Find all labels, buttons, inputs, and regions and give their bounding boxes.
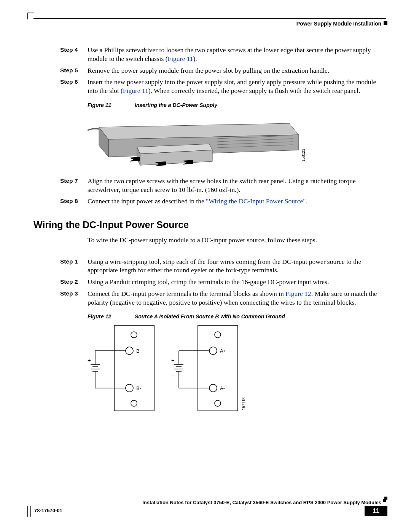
- step-text: Use a Phillips screwdriver to loosen the…: [88, 46, 385, 63]
- step-row: Step 8 Connect the input power as descri…: [33, 197, 385, 206]
- plus-label: +: [171, 357, 175, 363]
- page-number: 11: [365, 506, 387, 516]
- step-label: Step 3: [33, 289, 88, 307]
- figure-number: Figure 11: [88, 102, 133, 108]
- page-footer: Installation Notes for Catalyst 3750-E, …: [27, 498, 387, 517]
- figure-caption: Figure 12 Source A Isolated From Source …: [88, 313, 385, 320]
- figure-link[interactable]: Figure 11: [123, 87, 148, 94]
- step-text: Using a Panduit crimping tool, crimp the…: [88, 278, 385, 286]
- figure-title: Inserting the a DC-Power Supply: [135, 102, 217, 108]
- svg-point-28: [209, 347, 217, 355]
- step-text: Align the two captive screws with the sc…: [88, 177, 385, 194]
- footer-bar-icon: [27, 506, 28, 517]
- footer-doc-title: Installation Notes for Catalyst 3750-E, …: [27, 498, 387, 505]
- figure-link[interactable]: Figure 11: [167, 55, 193, 62]
- step-text: Connect the input power as described in …: [88, 197, 385, 206]
- a-plus-label: A+: [220, 348, 226, 354]
- svg-point-27: [215, 332, 221, 338]
- procedure-divider: [88, 252, 385, 252]
- step-row: Step 5 Remove the power supply module fr…: [33, 66, 385, 75]
- figure-id: 157718: [242, 398, 246, 410]
- step-text-part: Connect the DC-input power terminals to …: [88, 290, 285, 297]
- step-text: Insert the new power supply into the pow…: [88, 78, 385, 95]
- step-text: Using a wire-stripping tool, strip each …: [88, 257, 385, 275]
- minus-label: –: [88, 371, 91, 378]
- svg-point-14: [131, 332, 137, 338]
- svg-rect-13: [114, 325, 154, 411]
- a-minus-label: A-: [220, 385, 225, 391]
- figure-12-illustration: + – B+ B-: [88, 323, 385, 415]
- step-row: Step 2 Using a Panduit crimping tool, cr…: [33, 278, 385, 286]
- svg-rect-26: [198, 325, 238, 411]
- step-text: Remove the power supply module from the …: [88, 66, 385, 75]
- figure-link[interactable]: Figure 12: [285, 290, 311, 297]
- svg-point-30: [215, 400, 221, 406]
- svg-marker-10: [129, 157, 140, 161]
- section-intro: To wire the DC-power supply module to a …: [88, 236, 385, 245]
- b-minus-label: B-: [136, 385, 141, 391]
- header-rule: [33, 18, 386, 19]
- step-row: Step 1 Using a wire-stripping tool, stri…: [33, 257, 385, 275]
- step-text-part: ).: [193, 55, 197, 62]
- step-label: Step 5: [33, 66, 88, 75]
- svg-point-29: [209, 384, 217, 392]
- step-text-part: .: [306, 197, 307, 205]
- step-row: Step 4 Use a Phillips screwdriver to loo…: [33, 46, 385, 63]
- step-text-part: ). When correctly inserted, the power su…: [148, 87, 360, 94]
- section-heading: Wiring the DC-Input Power Source: [33, 219, 385, 230]
- step-text: Connect the DC-input power terminals to …: [88, 289, 385, 307]
- minus-label: –: [171, 371, 175, 378]
- step-label: Step 8: [33, 197, 88, 206]
- figure-11-illustration: 158123: [88, 112, 385, 177]
- figure-caption: Figure 11 Inserting the a DC-Power Suppl…: [88, 102, 385, 108]
- footer-doc-number: 78-17570-01: [34, 508, 62, 513]
- page-body: Step 4 Use a Phillips screwdriver to loo…: [33, 46, 385, 463]
- dc-power-supply-drawing: [88, 112, 301, 173]
- svg-point-16: [126, 384, 133, 392]
- footer-rule: [27, 498, 387, 498]
- figure-number: Figure 12: [88, 313, 133, 320]
- footer-bar-icon: [30, 506, 31, 517]
- section-link[interactable]: "Wiring the DC-Input Power Source": [206, 197, 306, 205]
- header-chapter: Power Supply Module Installation: [296, 21, 381, 27]
- isolated-sources-schematic: + – B+ B-: [88, 323, 251, 413]
- step-row: Step 3 Connect the DC-input power termin…: [33, 289, 385, 307]
- svg-point-17: [131, 400, 137, 406]
- step-row: Step 7 Align the two captive screws with…: [33, 177, 385, 194]
- step-label: Step 6: [33, 78, 88, 95]
- svg-point-15: [126, 347, 133, 355]
- b-plus-label: B+: [136, 348, 142, 354]
- figure-title: Source A Isolated From Source B with No …: [135, 313, 285, 320]
- step-label: Step 1: [33, 257, 88, 275]
- step-row: Step 6 Insert the new power supply into …: [33, 78, 385, 95]
- step-label: Step 7: [33, 177, 88, 194]
- step-label: Step 2: [33, 278, 88, 286]
- figure-id: 158123: [301, 149, 306, 161]
- plus-label: +: [88, 357, 91, 363]
- step-text-part: Use a Phillips screwdriver to loosen the…: [88, 46, 371, 62]
- step-text-part: Connect the input power as described in …: [88, 197, 206, 205]
- header-square-icon: [384, 21, 387, 25]
- footer-square-icon: [383, 499, 386, 502]
- step-label: Step 4: [33, 46, 88, 63]
